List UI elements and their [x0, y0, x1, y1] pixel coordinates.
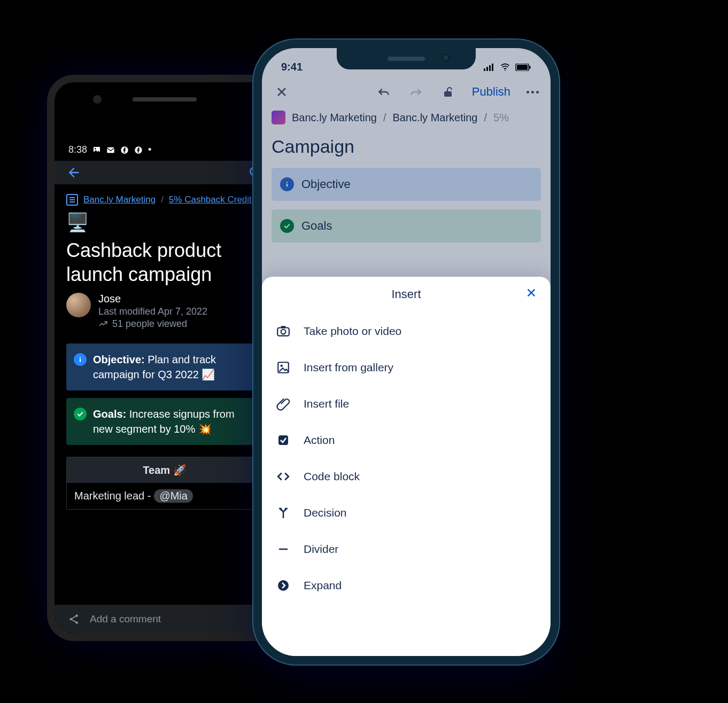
document-icon — [66, 194, 78, 206]
android-appbar — [55, 161, 275, 184]
desktop-icon: 🖥️ — [66, 211, 89, 234]
insert-sheet: Insert Take photo or video Insert from g — [262, 277, 551, 656]
check-circle-icon — [74, 408, 87, 420]
last-modified: Last modified Apr 7, 2022 — [98, 306, 207, 317]
android-camera — [93, 95, 102, 104]
share-icon[interactable] — [68, 613, 80, 625]
insert-from-gallery[interactable]: Insert from gallery — [262, 349, 551, 386]
avatar[interactable] — [66, 293, 91, 317]
svg-rect-2 — [107, 147, 114, 153]
view-count[interactable]: 51 people viewed — [98, 318, 207, 330]
iphone-screen: 9:41 — [262, 48, 551, 656]
info-icon — [74, 353, 87, 366]
attachment-icon — [276, 396, 291, 411]
checkbox-icon — [276, 433, 291, 448]
sheet-title: Insert — [262, 277, 551, 309]
team-role: Marketing lead - — [74, 490, 151, 502]
team-row: Marketing lead - @Mia — [67, 483, 262, 509]
item-label: Decision — [304, 506, 347, 519]
status-time: 8:38 — [68, 144, 87, 155]
item-label: Take photo or video — [304, 325, 401, 338]
decision-icon — [276, 505, 291, 520]
svg-point-24 — [281, 330, 286, 334]
insert-take-photo[interactable]: Take photo or video — [262, 313, 551, 349]
close-icon[interactable] — [524, 285, 539, 300]
breadcrumb-page[interactable]: 5% Cashback Credit — [169, 194, 252, 205]
item-label: Insert file — [304, 397, 349, 410]
breadcrumb: Banc.ly Marketing / 5% Cashback Credit — [55, 184, 275, 208]
item-label: Expand — [304, 579, 342, 592]
item-label: Code block — [304, 470, 360, 483]
minus-icon — [276, 542, 291, 557]
svg-point-27 — [281, 365, 283, 367]
item-label: Insert from gallery — [304, 361, 393, 374]
iphone-frame: 9:41 — [253, 40, 559, 665]
svg-rect-25 — [281, 326, 286, 328]
sheet-list: Take photo or video Insert from gallery … — [262, 309, 551, 608]
svg-rect-8 — [80, 358, 81, 362]
insert-divider[interactable]: Divider — [262, 531, 551, 567]
insert-decision[interactable]: Decision — [262, 495, 551, 531]
facebook-icon — [134, 146, 143, 154]
breadcrumb-sep: / — [161, 194, 164, 205]
comment-input[interactable]: Add a comment — [90, 613, 161, 625]
svg-point-7 — [80, 357, 81, 358]
image-icon — [276, 360, 291, 375]
item-label: Action — [304, 434, 335, 447]
android-phone-frame: 8:38 • Banc.ly Market — [47, 75, 282, 641]
svg-point-1 — [95, 148, 96, 150]
camera-icon — [276, 324, 291, 339]
insert-action[interactable]: Action — [262, 422, 551, 458]
android-statusbar: 8:38 • — [55, 140, 275, 161]
android-screen: 8:38 • Banc.ly Market — [55, 140, 275, 634]
mention-chip[interactable]: @Mia — [154, 489, 193, 503]
gmail-icon — [106, 146, 115, 154]
insert-code-block[interactable]: Code block — [262, 458, 551, 495]
chevron-circle-icon — [276, 578, 291, 593]
comment-bar: Add a comment — [55, 605, 275, 634]
page-title-text: Cashback product launch campaign — [66, 238, 263, 286]
objective-label: Objective: — [93, 354, 145, 365]
author-name[interactable]: Jose — [98, 293, 207, 305]
svg-rect-28 — [278, 435, 288, 445]
facebook-icon — [120, 146, 129, 154]
objective-panel: Objective: Plan and track campaign for Q… — [66, 343, 263, 390]
insert-file[interactable]: Insert file — [262, 386, 551, 422]
page-title: 🖥️ Cashback product launch campaign — [55, 208, 275, 291]
goals-panel: Goals: Increase signups from new segment… — [66, 398, 263, 445]
team-table: Team 🚀 Marketing lead - @Mia — [66, 457, 263, 510]
android-speaker — [133, 97, 197, 101]
more-dot-icon: • — [148, 144, 151, 155]
team-header: Team 🚀 — [67, 457, 262, 483]
picture-icon — [92, 146, 101, 154]
code-icon — [276, 469, 291, 484]
item-label: Divider — [304, 543, 338, 556]
iphone-notch — [337, 48, 476, 69]
svg-point-30 — [278, 580, 289, 591]
insert-expand[interactable]: Expand — [262, 567, 551, 604]
goals-label: Goals: — [93, 408, 126, 420]
author-block: Jose Last modified Apr 7, 2022 51 people… — [55, 291, 275, 343]
breadcrumb-space[interactable]: Banc.ly Marketing — [83, 194, 156, 205]
back-icon[interactable] — [66, 165, 81, 180]
